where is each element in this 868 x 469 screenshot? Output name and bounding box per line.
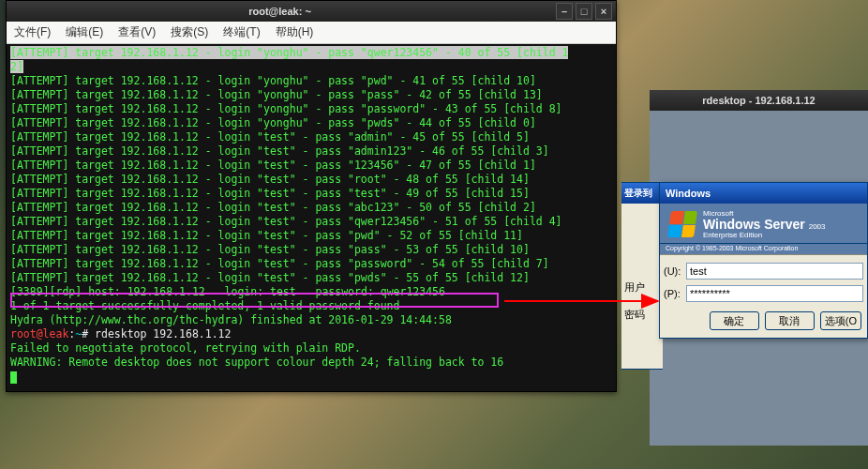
terminal-title: root@leak: ~	[7, 6, 553, 17]
username-input[interactable]	[686, 263, 863, 280]
menu-help[interactable]: 帮助(H)	[268, 24, 322, 40]
rdesktop-titlebar[interactable]: rdesktop - 192.168.1.12	[650, 90, 868, 111]
windows-flag-icon	[667, 211, 697, 237]
ok-button[interactable]: 确定	[710, 311, 759, 330]
terminal-window: root@leak: ~ – □ × 文件(F) 编辑(E) 查看(V) 搜索(…	[6, 0, 617, 392]
rdesktop-title: rdesktop - 192.168.1.12	[702, 95, 815, 106]
minimize-button[interactable]: –	[556, 3, 573, 20]
menu-view[interactable]: 查看(V)	[111, 24, 163, 40]
password-input[interactable]	[686, 285, 863, 302]
password-label: (P):	[664, 288, 686, 299]
maximize-button[interactable]: □	[576, 3, 592, 20]
login-title-left: 登录到	[621, 183, 663, 204]
username-row: (U):	[664, 263, 863, 280]
menu-terminal[interactable]: 终端(T)	[216, 24, 267, 40]
close-button[interactable]: ×	[595, 3, 612, 20]
menu-file[interactable]: 文件(F)	[7, 24, 58, 40]
windows-login-dialog: Windows Microsoft Windows Server 2003 En…	[659, 182, 868, 339]
menu-edit[interactable]: 编辑(E)	[58, 24, 111, 40]
terminal-titlebar[interactable]: root@leak: ~ – □ ×	[7, 1, 616, 22]
menu-search[interactable]: 搜索(S)	[163, 24, 216, 40]
options-button[interactable]: 选项(O	[820, 311, 861, 330]
login-dialog-left-sliver: 登录到 用户 密码	[621, 182, 663, 370]
terminal-menubar: 文件(F) 编辑(E) 查看(V) 搜索(S) 终端(T) 帮助(H)	[7, 22, 616, 44]
brand-sub: Enterprise Edition	[703, 231, 825, 239]
brand-main: Windows Server 2003	[703, 218, 825, 231]
titlebar-buttons: – □ ×	[553, 3, 616, 20]
windows-banner: Microsoft Windows Server 2003 Enterprise…	[660, 204, 867, 244]
cancel-button[interactable]: 取消	[765, 311, 815, 330]
pass-label: 密码	[621, 304, 663, 325]
user-label: 用户	[621, 277, 663, 298]
windows-login-title[interactable]: Windows	[660, 183, 867, 204]
password-row: (P):	[664, 285, 863, 302]
terminal-body[interactable]: [ATTEMPT] target 192.168.1.12 - login "y…	[7, 44, 616, 391]
copyright: Copyright © 1985-2003 Microsoft Corporat…	[660, 244, 867, 255]
username-label: (U):	[664, 265, 686, 277]
